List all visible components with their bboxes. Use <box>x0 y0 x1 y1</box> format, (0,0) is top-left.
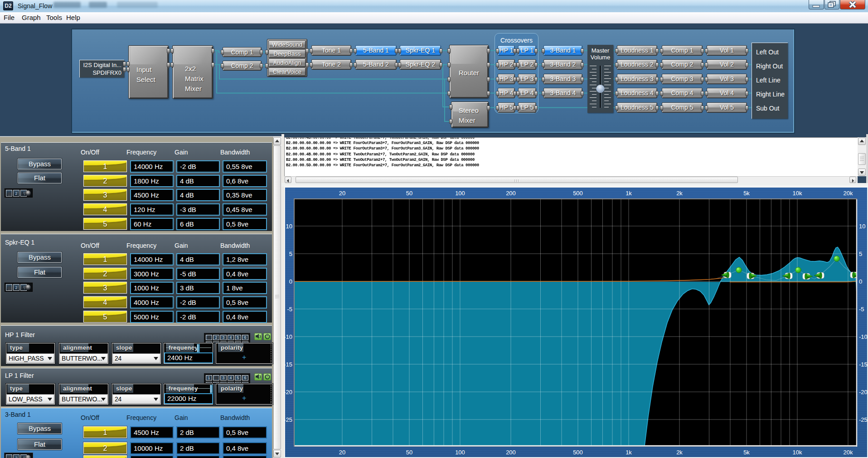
svg-text:20: 20 <box>339 190 345 197</box>
svg-text:200: 200 <box>506 449 516 456</box>
svg-text:5: 5 <box>859 251 862 257</box>
svg-text:200: 200 <box>506 190 516 197</box>
svg-text:-5: -5 <box>859 306 864 313</box>
svg-text:20k: 20k <box>844 190 853 197</box>
svg-text:10k: 10k <box>793 190 802 197</box>
svg-text:20: 20 <box>339 449 345 456</box>
svg-text:10k: 10k <box>793 449 802 456</box>
svg-text:20k: 20k <box>844 449 853 456</box>
svg-text:50: 50 <box>406 190 412 197</box>
svg-text:500: 500 <box>573 449 583 456</box>
svg-text:-10: -10 <box>284 333 292 340</box>
svg-text:-15: -15 <box>859 361 868 368</box>
svg-text:-20: -20 <box>859 389 868 395</box>
svg-text:5k: 5k <box>743 449 750 456</box>
svg-text:2k: 2k <box>676 190 683 197</box>
svg-text:50: 50 <box>406 449 412 456</box>
svg-text:-10: -10 <box>859 333 868 340</box>
svg-text:-25: -25 <box>859 416 868 423</box>
svg-text:0: 0 <box>289 278 292 285</box>
svg-text:1k: 1k <box>626 449 632 456</box>
svg-text:0: 0 <box>859 278 862 285</box>
svg-text:10: 10 <box>859 223 865 230</box>
svg-text:500: 500 <box>573 190 583 197</box>
svg-text:-15: -15 <box>284 361 292 368</box>
svg-text:100: 100 <box>455 190 465 197</box>
svg-text:10: 10 <box>286 223 292 230</box>
svg-text:5k: 5k <box>743 190 750 197</box>
svg-text:100: 100 <box>455 449 465 456</box>
svg-text:1k: 1k <box>626 190 632 197</box>
svg-text:-5: -5 <box>287 306 292 313</box>
svg-text:5: 5 <box>289 251 292 257</box>
svg-text:-25: -25 <box>284 416 292 423</box>
svg-text:2k: 2k <box>676 449 683 456</box>
svg-text:-20: -20 <box>284 389 292 395</box>
